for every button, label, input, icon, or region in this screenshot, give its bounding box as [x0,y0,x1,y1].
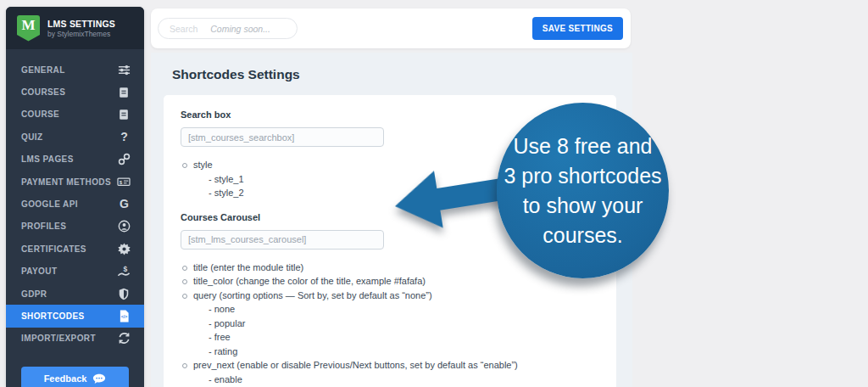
param-option: popular [181,317,599,331]
sidebar-header: M LMS SETTINGS by StylemixThemes [6,7,144,49]
sidebar: M LMS SETTINGS by StylemixThemes GENERAL… [6,7,144,387]
payout-hand-icon: $ [117,265,131,278]
sidebar-item-lms-pages[interactable]: LMS PAGES [6,149,144,171]
param-option: none [181,302,599,317]
search-input[interactable]: Search Coming soon... [158,18,298,39]
callout-text-line: Use 8 free and [514,132,653,161]
sidebar-item-gdpr[interactable]: GDPR [6,283,144,305]
svg-text:$: $ [124,265,128,273]
save-settings-button[interactable]: SAVE SETTINGS [532,17,623,40]
sidebar-item-course[interactable]: COURSE [6,104,144,126]
book-icon [117,108,131,121]
top-toolbar: Search Coming soon... SAVE SETTINGS [151,8,631,48]
callout-text-line: 3 pro shortcodes [504,161,661,191]
param-title-color: title_color (change the color of the tit… [181,274,599,289]
param-option: rating [181,345,599,359]
app-title: LMS SETTINGS [47,19,115,29]
sidebar-item-payment-methods[interactable]: PAYMENT METHODS $ [6,171,144,193]
sidebar-item-profiles[interactable]: PROFILES [6,216,144,238]
shortcode-field-searchbox[interactable] [181,127,384,147]
credit-card-icon: $ [117,175,131,188]
sidebar-item-google-api[interactable]: GOOGLE API G [6,193,144,215]
param-prev-next: prev_next (enable or disable Previous/Ne… [181,358,599,373]
svg-text:$: $ [120,179,123,185]
search-coming-soon-text: Coming soon... [210,24,270,34]
sidebar-item-general[interactable]: GENERAL [6,59,144,81]
feedback-label: Feedback [44,373,87,384]
shortcode-field-carousel[interactable] [181,230,384,250]
param-option: free [181,330,599,345]
svg-text:G: G [120,198,129,210]
person-icon [117,220,131,233]
chat-bubble-icon [92,373,106,384]
search-label: Search [170,24,198,34]
masterstudy-logo: M [17,15,40,42]
question-icon: ? [117,130,131,143]
sidebar-item-certificates[interactable]: CERTIFICATES [6,238,144,260]
shortcode-file-icon: </> [117,309,131,322]
badge-icon [117,242,131,255]
shield-icon [117,287,131,300]
param-list-courses-carousel: title (enter the module title) title_col… [181,261,599,387]
svg-text:</>: </> [120,314,126,319]
callout-bubble: Use 8 free and 3 pro shortcodes to show … [497,103,669,278]
sidebar-item-import-export[interactable]: IMPORT/EXPORT [6,328,144,350]
sliders-icon [117,63,131,76]
param-query: query (sorting options — Sort by, set by… [181,289,599,303]
sidebar-item-quiz[interactable]: QUIZ ? [6,126,144,148]
logo-letter: M [21,15,35,36]
callout-text-line: courses. [542,221,622,250]
sidebar-menu: GENERAL COURSES COURSE QUIZ ? LMS PAGES [6,59,144,350]
sidebar-item-payout[interactable]: PAYOUT $ [6,261,144,283]
sidebar-item-shortcodes[interactable]: SHORTCODES </> [6,305,144,327]
google-icon: G [117,198,131,211]
page-title: Shortcodes Settings [172,67,632,82]
book-icon [117,86,131,99]
sidebar-item-courses[interactable]: COURSES [6,81,144,103]
link-icon [117,153,131,166]
sync-icon [117,332,131,345]
app-subtitle: by StylemixThemes [47,30,115,38]
svg-text:?: ? [120,131,128,143]
callout-text-line: to show your [523,191,643,221]
param-option: enable [181,373,599,387]
feedback-button[interactable]: Feedback [21,367,129,387]
